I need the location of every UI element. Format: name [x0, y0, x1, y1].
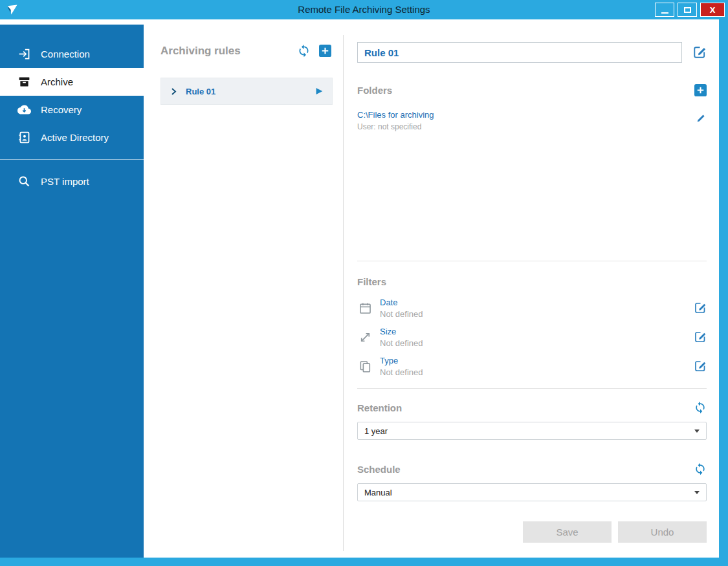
refresh-icon	[297, 44, 311, 58]
pencil-icon	[696, 113, 707, 124]
filter-value: Not defined	[380, 367, 694, 377]
minimize-button[interactable]	[655, 3, 674, 17]
rule-name-input[interactable]	[357, 42, 682, 63]
minimize-icon	[661, 12, 668, 14]
address-book-icon	[17, 131, 31, 144]
retention-section-title: Retention	[357, 402, 402, 413]
add-rule-button[interactable]	[319, 45, 331, 57]
schedule-select[interactable]: Manual	[357, 483, 707, 501]
section-divider	[357, 261, 707, 261]
sidebar-divider	[0, 159, 144, 160]
folder-user-label: User: not specified	[357, 122, 696, 131]
edit-folder-button[interactable]	[696, 113, 707, 124]
rule-detail-panel: Folders C:\Files for archiving User: not…	[344, 19, 719, 558]
close-button[interactable]: X	[700, 3, 725, 17]
chevron-down-icon	[694, 491, 700, 494]
window-controls: X	[655, 3, 725, 17]
resize-icon	[358, 331, 372, 344]
section-divider	[357, 388, 707, 389]
undo-button[interactable]: Undo	[618, 521, 707, 543]
sidebar-item-label: Recovery	[41, 104, 82, 115]
rule-name: Rule 01	[186, 87, 314, 96]
filter-value: Not defined	[380, 309, 694, 319]
sidebar-item-label: Connection	[41, 49, 90, 60]
plus-icon	[319, 45, 331, 57]
window-title: Remote File Archiving Settings	[0, 0, 728, 19]
edit-date-filter-button[interactable]	[694, 301, 707, 314]
rule-list-item[interactable]: Rule 01	[160, 78, 333, 105]
refresh-schedule-button[interactable]	[694, 463, 707, 475]
edit-icon	[692, 45, 707, 60]
folder-list-item: C:\Files for archiving User: not specifi…	[357, 110, 707, 131]
schedule-section-title: Schedule	[357, 464, 401, 475]
plus-icon	[694, 84, 707, 96]
retention-selected-value: 1 year	[364, 426, 388, 436]
sidebar: Connection Archive	[0, 25, 144, 558]
calendar-icon	[358, 301, 372, 315]
edit-icon	[694, 301, 707, 314]
edit-icon	[694, 331, 707, 343]
filter-label: Date	[380, 298, 694, 307]
sidebar-item-recovery[interactable]: Recovery	[0, 96, 144, 124]
filter-value: Not defined	[380, 338, 694, 348]
content-area: Connection Archive	[0, 19, 719, 558]
sidebar-item-label: PST import	[41, 176, 89, 187]
sidebar-item-active-directory[interactable]: Active Directory	[0, 124, 144, 151]
edit-type-filter-button[interactable]	[694, 360, 707, 373]
run-rule-button[interactable]	[314, 86, 324, 96]
sidebar-item-label: Archive	[41, 76, 73, 87]
filters-section-title: Filters	[357, 276, 386, 287]
refresh-icon	[694, 463, 707, 475]
filter-row-date: Date Not defined	[357, 294, 707, 322]
filter-label: Type	[380, 356, 694, 365]
refresh-icon	[694, 401, 707, 414]
retention-select[interactable]: 1 year	[357, 422, 707, 440]
sidebar-item-label: Active Directory	[41, 132, 109, 143]
folders-section-title: Folders	[357, 85, 392, 96]
rules-panel-title: Archiving rules	[160, 45, 289, 58]
file-types-icon	[358, 360, 372, 373]
maximize-icon	[684, 7, 691, 13]
refresh-rules-button[interactable]	[297, 44, 311, 58]
chevron-down-icon	[694, 430, 700, 433]
sidebar-item-connection[interactable]: Connection	[0, 40, 144, 68]
filter-row-size: Size Not defined	[357, 323, 707, 351]
play-icon	[314, 86, 324, 96]
archiving-rules-panel: Archiving rules	[144, 19, 343, 558]
filter-label: Size	[380, 327, 694, 336]
edit-size-filter-button[interactable]	[694, 331, 707, 343]
search-icon	[17, 175, 31, 188]
edit-icon	[694, 360, 707, 373]
edit-rule-name-button[interactable]	[692, 45, 707, 60]
cloud-download-icon	[17, 103, 31, 116]
settings-window: Remote File Archiving Settings X	[0, 0, 728, 566]
folder-path-link[interactable]: C:\Files for archiving	[357, 110, 696, 120]
login-icon	[17, 47, 31, 61]
titlebar: Remote File Archiving Settings X	[0, 0, 728, 19]
maximize-button[interactable]	[678, 3, 697, 17]
archive-icon	[17, 75, 31, 89]
add-folder-button[interactable]	[694, 84, 707, 96]
sidebar-item-archive[interactable]: Archive	[0, 68, 144, 96]
refresh-retention-button[interactable]	[694, 401, 707, 414]
save-button[interactable]: Save	[523, 521, 612, 543]
sidebar-item-pst-import[interactable]: PST import	[0, 168, 144, 195]
schedule-selected-value: Manual	[364, 488, 392, 497]
filter-row-type: Type Not defined	[357, 352, 707, 380]
chevron-right-icon[interactable]	[169, 87, 179, 96]
